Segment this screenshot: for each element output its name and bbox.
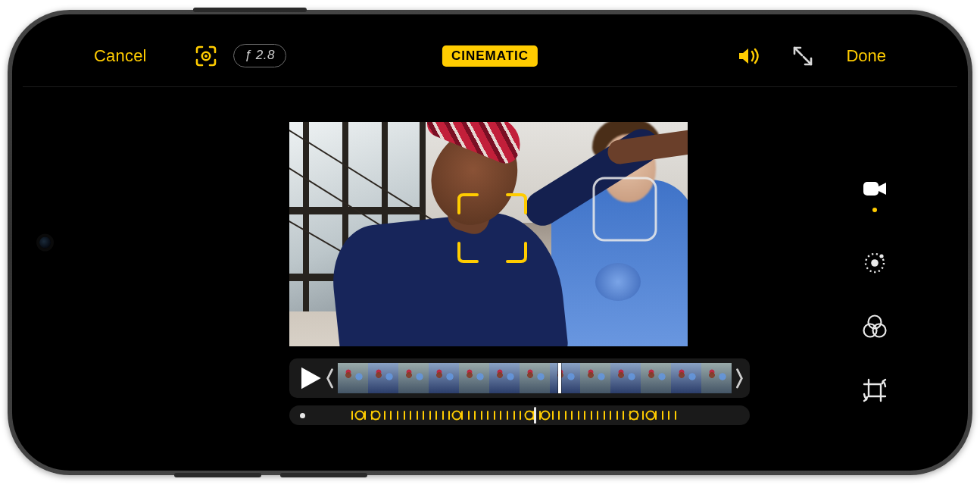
crop-rotate-icon (862, 377, 888, 403)
timeline-area (289, 358, 750, 425)
filmstrip-thumb[interactable] (580, 363, 610, 393)
video-tool[interactable] (862, 176, 888, 202)
focus-tick (500, 411, 501, 420)
playhead[interactable] (558, 363, 561, 393)
cinematic-focus-toggle[interactable] (194, 44, 218, 68)
track-lead-dots (308, 415, 331, 416)
svg-point-1 (204, 55, 208, 58)
done-button[interactable]: Done (846, 46, 886, 66)
editor-stage (23, 87, 957, 460)
focus-tick (417, 411, 418, 420)
focus-keyframe[interactable] (524, 411, 534, 421)
focus-tick (655, 411, 657, 420)
focus-tick (494, 411, 495, 420)
focus-tick (604, 411, 605, 420)
filmstrip-thumb[interactable] (520, 363, 550, 393)
adjust-dial-icon (862, 250, 888, 276)
crop-tool[interactable] (862, 377, 888, 403)
play-button[interactable] (294, 363, 324, 393)
filmstrip-thumb[interactable] (489, 363, 520, 393)
editor-toolbar: Cancel ƒ 2.8 CINEMATIC (23, 25, 957, 87)
focus-tick (571, 411, 573, 420)
focus-tick (404, 411, 405, 420)
front-camera (39, 237, 51, 249)
focus-tick (558, 411, 560, 420)
filmstrip-thumb[interactable] (459, 363, 489, 393)
focus-tick (429, 411, 431, 420)
volume-button[interactable] (737, 45, 760, 67)
filmstrip-thumb[interactable] (550, 363, 580, 393)
volume-down-hardware (174, 473, 261, 477)
focus-tick (642, 411, 644, 420)
focus-tick (487, 411, 488, 420)
focus-tick (552, 411, 554, 420)
filters-tool[interactable] (862, 314, 888, 340)
filmstrip-thumb[interactable] (701, 363, 732, 393)
filmstrip-thumb[interactable] (338, 363, 368, 393)
filmstrip-thumb[interactable] (368, 363, 398, 393)
focus-keyframe[interactable] (645, 411, 655, 421)
focus-tick (423, 411, 424, 420)
adjust-tool[interactable] (862, 250, 888, 276)
focus-keyframe[interactable] (629, 411, 639, 421)
fullscreen-button[interactable] (791, 45, 814, 67)
iphone-device-frame: Cancel ƒ 2.8 CINEMATIC (8, 10, 972, 475)
timeline-scrubber[interactable] (289, 358, 750, 398)
video-preview[interactable] (289, 122, 688, 346)
focus-tick (616, 411, 618, 420)
svg-rect-3 (863, 182, 879, 196)
focus-tick (668, 411, 669, 420)
focus-brackets-icon (194, 44, 218, 68)
volume-up-hardware (280, 473, 367, 477)
trim-end-handle[interactable] (735, 361, 745, 396)
filmstrip[interactable] (338, 363, 732, 393)
screen: Cancel ƒ 2.8 CINEMATIC (23, 25, 957, 460)
focus-tick (610, 411, 611, 420)
filmstrip-thumb[interactable] (671, 363, 701, 393)
cancel-button[interactable]: Cancel (94, 46, 147, 66)
focus-keyframe[interactable] (451, 411, 461, 421)
chevron-left-icon (324, 361, 335, 396)
focus-tick (623, 411, 624, 420)
track-start-dot (300, 413, 305, 418)
focus-tick (435, 411, 437, 420)
focus-keyframe-track[interactable] (289, 405, 750, 425)
focus-tick (578, 411, 579, 420)
focus-tick (390, 411, 392, 420)
focus-tick (565, 411, 566, 420)
focus-tick (410, 411, 411, 420)
mode-badge[interactable]: CINEMATIC (442, 45, 538, 67)
focus-tick (474, 411, 476, 420)
focus-tick (384, 411, 385, 420)
focus-tick (468, 411, 470, 420)
focus-tick (597, 411, 598, 420)
bezel: Cancel ƒ 2.8 CINEMATIC (12, 14, 968, 471)
side-button-hardware (193, 8, 307, 12)
svg-point-6 (879, 254, 883, 258)
focus-tick (584, 411, 585, 420)
focus-keyframe[interactable] (371, 411, 381, 421)
edit-tool-rail (856, 149, 894, 430)
chevron-right-icon (735, 361, 745, 396)
filmstrip-thumb[interactable] (429, 363, 459, 393)
focus-keyframe[interactable] (541, 411, 551, 421)
aperture-button[interactable]: ƒ 2.8 (233, 44, 286, 67)
focus-tick (513, 411, 515, 420)
trim-start-handle[interactable] (324, 361, 335, 396)
active-tool-indicator (872, 208, 877, 212)
keyframe-rail[interactable] (336, 410, 739, 421)
focus-tick (461, 411, 463, 420)
focus-tick (351, 411, 353, 420)
focus-keyframe[interactable] (354, 411, 364, 421)
filmstrip-thumb[interactable] (641, 363, 671, 393)
focus-tick (675, 411, 676, 420)
filmstrip-thumb[interactable] (398, 363, 429, 393)
filmstrip-thumb[interactable] (610, 363, 641, 393)
focus-tick (442, 411, 444, 420)
aperture-value: ƒ 2.8 (245, 48, 275, 63)
expand-icon (791, 45, 814, 67)
svg-point-5 (871, 259, 879, 267)
focus-tick (507, 411, 508, 420)
focus-tick (662, 411, 663, 420)
focus-track-playhead[interactable] (534, 407, 536, 424)
